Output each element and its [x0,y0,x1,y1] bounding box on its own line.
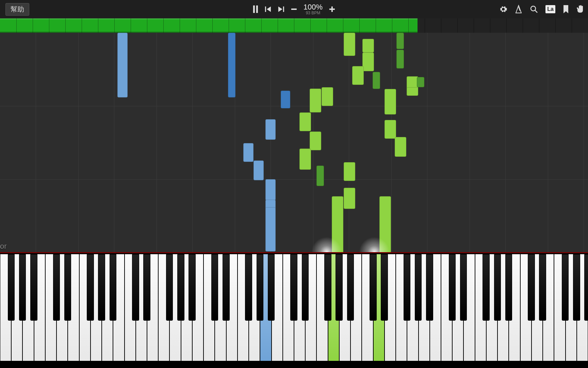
falling-note [362,39,374,52]
black-key[interactable] [87,254,94,321]
tempo-plus-icon[interactable] [329,6,336,13]
black-key[interactable] [347,254,354,321]
next-icon[interactable] [278,6,284,13]
black-key[interactable] [573,254,580,321]
black-key[interactable] [324,254,331,321]
progress-tick [408,18,409,33]
black-key[interactable] [539,254,546,321]
falling-note [310,89,321,112]
black-key[interactable] [381,254,388,321]
falling-note [396,50,404,68]
prev-icon[interactable] [265,6,272,13]
black-key[interactable] [290,254,297,321]
progress-tick [212,18,213,33]
black-key[interactable] [584,254,588,321]
black-key[interactable] [166,254,173,321]
bookmark-icon[interactable] [563,5,569,13]
black-key[interactable] [370,254,377,321]
gridline-vertical [391,33,392,252]
falling-note [243,143,254,162]
black-key[interactable] [460,254,467,321]
black-key[interactable] [257,254,264,321]
black-key[interactable] [483,254,490,321]
falling-note [310,132,321,150]
black-key[interactable] [177,254,184,321]
gridline-vertical [584,33,584,252]
svg-rect-1 [256,5,258,13]
black-key[interactable] [336,254,343,321]
help-button[interactable]: 幫助 [5,3,29,16]
progress-tick [131,18,131,33]
progress-tick [555,18,556,33]
tempo-percent: 100% [304,3,323,11]
falling-note [417,77,424,87]
tempo-bpm: 93 BPM [306,11,321,15]
progress-tick [16,18,17,33]
toolbar: 幫助 100% 93 BPM La [0,0,588,18]
falling-note [254,160,264,180]
black-key[interactable] [211,254,218,321]
tempo-minus-icon[interactable] [291,6,297,13]
progress-tick [82,18,82,33]
progress-tick [65,18,66,33]
progress-tick [506,18,507,33]
progress-tick [523,18,523,33]
falling-note [265,119,276,140]
progress-tick [425,18,425,33]
falling-note [344,162,355,181]
gridline-vertical [505,33,506,252]
black-key[interactable] [302,254,309,321]
piano [0,252,588,368]
black-key[interactable] [30,254,37,321]
progress-tick [196,18,196,33]
black-key[interactable] [505,254,512,321]
hand-icon[interactable] [576,5,585,14]
black-key[interactable] [415,254,422,321]
black-key[interactable] [8,254,15,321]
gear-icon[interactable] [499,5,507,13]
black-key[interactable] [132,254,139,321]
black-key[interactable] [143,254,150,321]
falling-note [344,33,355,56]
black-key[interactable] [98,254,105,321]
falling-note [395,137,406,157]
falling-note [344,188,355,209]
progress-tick [572,18,572,33]
falling-note [228,33,235,97]
black-key[interactable] [449,254,456,321]
svg-point-11 [531,6,536,11]
black-key[interactable] [64,254,71,321]
metronome-icon[interactable] [515,5,522,14]
note-fall-area: or [0,33,588,252]
black-key[interactable] [53,254,60,321]
progress-tick [343,18,343,33]
progress-tick [114,18,115,33]
gridline-vertical [157,33,157,252]
black-key[interactable] [562,254,569,321]
gridline-vertical [349,33,349,252]
black-key[interactable] [19,254,26,321]
black-key[interactable] [189,254,196,321]
tempo-display[interactable]: 100% 93 BPM [304,3,323,15]
black-key[interactable] [245,254,252,321]
falling-note [299,112,311,131]
playback-controls: 100% 93 BPM [252,3,336,15]
falling-note [265,207,276,251]
progress-tick [180,18,180,33]
svg-rect-6 [291,9,297,10]
pause-icon[interactable] [252,5,259,13]
progress-tick [327,18,327,33]
black-key[interactable] [223,254,230,321]
right-controls: La [499,5,585,14]
black-key[interactable] [494,254,501,321]
notation-toggle[interactable]: La [545,5,555,13]
falling-note [265,179,276,200]
search-icon[interactable] [530,5,538,13]
black-key[interactable] [404,254,411,321]
black-key[interactable] [110,254,117,321]
falling-note [352,66,364,85]
black-key[interactable] [528,254,535,321]
gridline-vertical [114,33,114,252]
black-key[interactable] [268,254,275,321]
black-key[interactable] [426,254,433,321]
